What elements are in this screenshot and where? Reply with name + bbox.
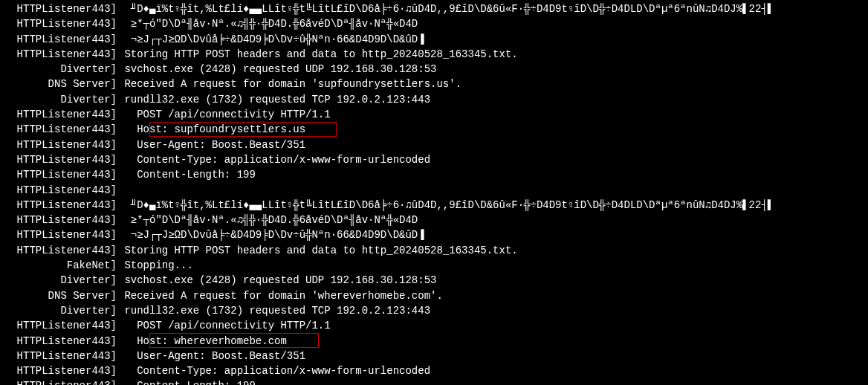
log-line: HTTPListener443] Content-Type: applicati… xyxy=(3,152,865,167)
log-line: HTTPListener443] Content-Type: applicati… xyxy=(3,363,865,378)
log-line: HTTPListener443] ≥*┬ó"D\Dª╢åv·Nª.«♫╣╬·╬D… xyxy=(3,213,865,227)
log-source: HTTPListener443] xyxy=(3,334,118,349)
log-message: Content-Type: application/x-www-form-url… xyxy=(118,363,430,378)
log-source: HTTPListener443] xyxy=(3,16,118,31)
log-line: HTTPListener443] Storing HTTP POST heade… xyxy=(3,47,865,62)
log-source: Diverter] xyxy=(3,273,118,288)
log-source: Diverter] xyxy=(3,62,118,77)
log-message: rundll32.exe (1732) requested TCP 192.0.… xyxy=(118,303,430,318)
log-source: HTTPListener443] xyxy=(3,227,118,242)
log-source: HTTPListener443] xyxy=(3,318,118,333)
log-line: Diverter] svchost.exe (2428) requested U… xyxy=(3,62,865,77)
log-message: Host: whereverhomebe.com xyxy=(118,334,287,349)
log-line: HTTPListener443] ╜D♦▄ï%t♀╬ît,%Lt£lí♦▄▄LL… xyxy=(3,198,865,213)
log-source: Diverter] xyxy=(3,92,118,107)
log-line: HTTPListener443] Content-Length: 199 xyxy=(3,378,865,385)
log-source: HTTPListener443] xyxy=(3,107,118,122)
log-message: Content-Length: 199 xyxy=(118,167,256,182)
log-message: Received A request for domain 'supfoundr… xyxy=(118,77,461,91)
log-message: rundll32.exe (1732) requested TCP 192.0.… xyxy=(118,92,430,107)
log-line: HTTPListener443] Host: supfoundrysettler… xyxy=(3,122,865,137)
log-source: HTTPListener443] xyxy=(3,213,118,227)
log-line: Diverter] svchost.exe (2428) requested U… xyxy=(3,273,865,288)
log-source: FakeNet] xyxy=(3,258,118,273)
log-line: HTTPListener443] Host: whereverhomebe.co… xyxy=(3,334,865,349)
log-source: HTTPListener443] xyxy=(3,198,118,213)
log-message: ≥*┬ó"D\Dª╢åv·Nª.«♫╣╬·╬D4D.╬6åvéD\Dª╢åv·N… xyxy=(118,16,418,31)
log-source: HTTPListener443] xyxy=(3,349,118,363)
log-line: HTTPListener443] ╜D♦▄ï%t♀╬ît,%Lt£lí♦▄▄LL… xyxy=(3,1,865,16)
log-message: ╜D♦▄ï%t♀╬ît,%Lt£lí♦▄▄LLît♀╬t╚LîtL£îD\D6å… xyxy=(118,198,774,213)
log-line: FakeNet] Stopping... xyxy=(3,258,865,273)
log-line: HTTPListener443] Storing HTTP POST heade… xyxy=(3,243,865,258)
log-line: HTTPListener443] User-Agent: Boost.Beast… xyxy=(3,138,865,152)
log-line: DNS Server] Received A request for domai… xyxy=(3,288,865,303)
log-message: Stopping... xyxy=(118,258,193,273)
log-line: HTTPListener443] POST /api/connectivity … xyxy=(3,318,865,333)
log-source: HTTPListener443] xyxy=(3,243,118,258)
log-source: HTTPListener443] xyxy=(3,138,118,152)
log-message: svchost.exe (2428) requested UDP 192.168… xyxy=(118,62,436,77)
log-line: HTTPListener443] POST /api/connectivity … xyxy=(3,107,865,122)
log-message: svchost.exe (2428) requested UDP 192.168… xyxy=(118,273,436,288)
log-message: ¬≥J┌┬J≥ΩD\Dvûå╞÷&D4D9╞D\Dv÷û╬Nªn·66&D4D9… xyxy=(118,32,424,47)
log-message: POST /api/connectivity HTTP/1.1 xyxy=(118,318,331,333)
log-message: POST /api/connectivity HTTP/1.1 xyxy=(118,107,331,122)
log-message: Content-Length: 199 xyxy=(118,378,256,385)
log-source: DNS Server] xyxy=(3,288,118,303)
log-line: Diverter] rundll32.exe (1732) requested … xyxy=(3,303,865,318)
log-message: Received A request for domain 'whereverh… xyxy=(118,288,443,303)
log-source: HTTPListener443] xyxy=(3,167,118,182)
log-source: HTTPListener443] xyxy=(3,47,118,62)
log-message: ¬≥J┌┬J≥ΩD\Dvûå╞÷&D4D9╞D\Dv÷û╬Nªn·66&D4D9… xyxy=(118,227,424,242)
log-line: HTTPListener443] Content-Length: 199 xyxy=(3,167,865,182)
log-message: User-Agent: Boost.Beast/351 xyxy=(118,138,305,152)
log-message: User-Agent: Boost.Beast/351 xyxy=(118,349,305,363)
log-source: HTTPListener443] xyxy=(3,378,118,385)
log-line: HTTPListener443] xyxy=(3,183,865,198)
log-line: HTTPListener443] User-Agent: Boost.Beast… xyxy=(3,349,865,363)
log-line: Diverter] rundll32.exe (1732) requested … xyxy=(3,92,865,107)
log-message: Storing HTTP POST headers and data to ht… xyxy=(118,243,518,258)
log-source: DNS Server] xyxy=(3,77,118,91)
log-source: HTTPListener443] xyxy=(3,32,118,47)
log-source: Diverter] xyxy=(3,303,118,318)
log-line: HTTPListener443] ¬≥J┌┬J≥ΩD\Dvûå╞÷&D4D9╞D… xyxy=(3,227,865,242)
terminal-output: HTTPListener443] ╜D♦▄ï%t♀╬ît,%Lt£lí♦▄▄LL… xyxy=(3,1,865,385)
log-source: HTTPListener443] xyxy=(3,1,118,16)
log-message: ╜D♦▄ï%t♀╬ît,%Lt£lí♦▄▄LLît♀╬t╚LîtL£îD\D6å… xyxy=(118,1,774,16)
log-source: HTTPListener443] xyxy=(3,152,118,167)
log-source: HTTPListener443] xyxy=(3,122,118,137)
log-source: HTTPListener443] xyxy=(3,363,118,378)
log-message: Storing HTTP POST headers and data to ht… xyxy=(118,47,518,62)
log-message: ≥*┬ó"D\Dª╢åv·Nª.«♫╣╬·╬D4D.╬6åvéD\Dª╢åv·N… xyxy=(118,213,418,227)
log-message: Content-Type: application/x-www-form-url… xyxy=(118,152,430,167)
log-message: Host: supfoundrysettlers.us xyxy=(118,122,305,137)
log-line: DNS Server] Received A request for domai… xyxy=(3,77,865,91)
log-line: HTTPListener443] ≥*┬ó"D\Dª╢åv·Nª.«♫╣╬·╬D… xyxy=(3,16,865,31)
log-source: HTTPListener443] xyxy=(3,183,118,198)
log-line: HTTPListener443] ¬≥J┌┬J≥ΩD\Dvûå╞÷&D4D9╞D… xyxy=(3,32,865,47)
